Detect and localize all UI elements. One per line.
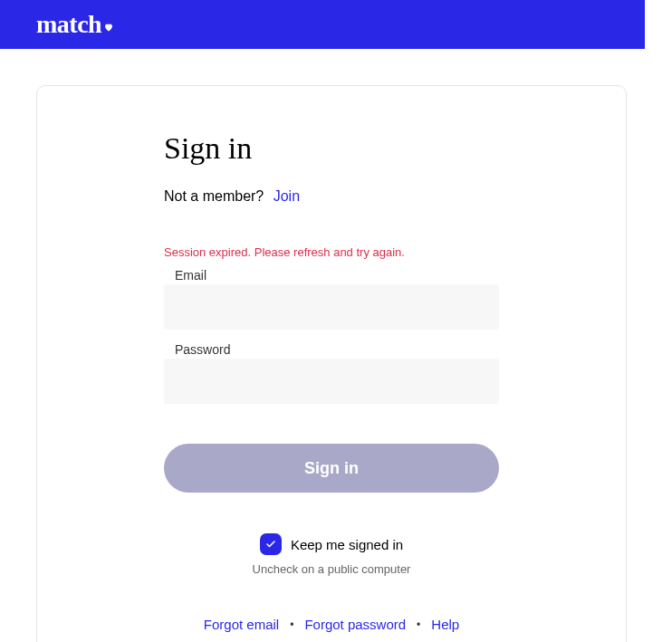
not-member-text: Not a member? [164,188,264,204]
not-member-row: Not a member? Join [164,188,499,205]
footer-links: Forgot email • Forgot password • Help [164,617,499,632]
check-icon [265,539,276,550]
forgot-email-link[interactable]: Forgot email [204,617,279,632]
forgot-password-link[interactable]: Forgot password [304,617,406,632]
email-field[interactable] [164,284,499,330]
keep-signed-label: Keep me signed in [291,537,403,552]
error-message: Session expired. Please refresh and try … [164,245,499,259]
help-link[interactable]: Help [431,617,459,632]
signin-card: Sign in Not a member? Join Session expir… [36,85,627,642]
uncheck-note: Uncheck on a public computer [164,562,499,576]
logo[interactable]: match [36,10,114,39]
password-field[interactable] [164,359,499,404]
keep-signed-checkbox[interactable] [260,533,282,555]
email-label: Email [175,268,499,283]
separator-dot: • [417,618,420,631]
separator-dot: • [290,618,293,631]
password-label: Password [175,342,499,357]
signin-button[interactable]: Sign in [164,444,499,493]
logo-text: match [36,10,101,39]
header-bar: match [0,0,645,49]
join-link[interactable]: Join [274,188,300,204]
page-title: Sign in [164,131,499,166]
keep-signed-row: Keep me signed in [164,533,499,555]
heart-icon [103,10,114,39]
